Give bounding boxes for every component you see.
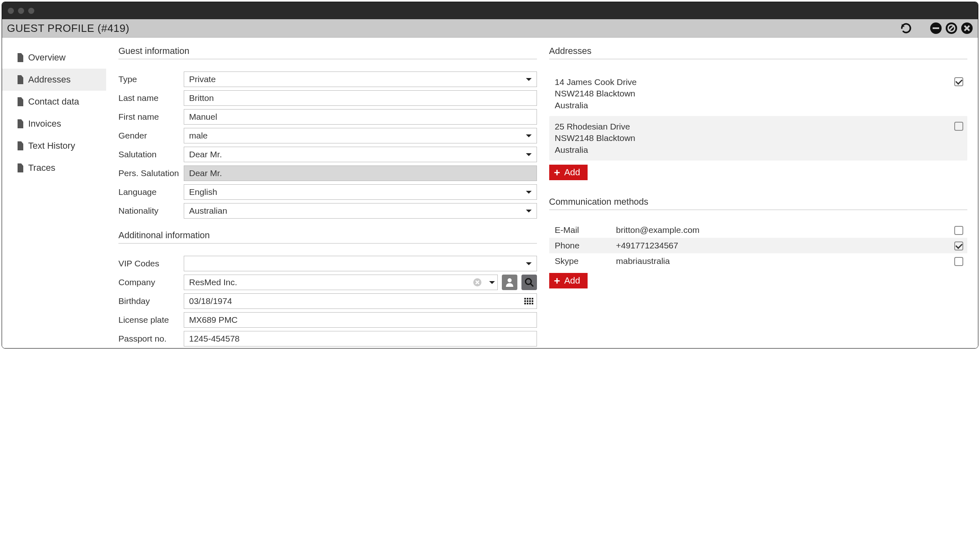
guest-info-section-title: Guest information	[118, 46, 537, 59]
sidebar-item-label: Text History	[28, 141, 75, 151]
first-name-input[interactable]	[184, 109, 537, 125]
add-communication-button[interactable]: + Add	[549, 273, 588, 288]
svg-point-12	[526, 279, 531, 284]
search-icon	[525, 278, 534, 287]
language-select[interactable]: English	[184, 184, 537, 200]
language-label: Language	[118, 187, 184, 197]
comm-primary-checkbox[interactable]	[954, 257, 963, 266]
birthday-input[interactable]: 03/18/1974	[184, 293, 537, 309]
add-address-label: Add	[564, 167, 580, 178]
address-line2: NSW2148 Blacktown	[555, 132, 635, 144]
comm-type: E-Mail	[555, 225, 616, 235]
guest-profile-window: GUEST PROFILE (#419)	[2, 2, 978, 349]
birthday-value: 03/18/1974	[189, 296, 232, 306]
main-panel: Guest information Type Private Last name…	[106, 38, 978, 348]
plus-icon: +	[554, 275, 560, 286]
type-value: Private	[189, 74, 216, 84]
communication-section: Communication methods E-Mail britton@exa…	[549, 197, 968, 288]
vip-codes-label: VIP Codes	[118, 259, 184, 268]
add-address-button[interactable]: + Add	[549, 165, 588, 180]
comm-value: +491771234567	[616, 241, 955, 250]
comm-primary-checkbox[interactable]	[954, 226, 963, 235]
comm-primary-checkbox[interactable]	[954, 241, 963, 250]
additional-info-section-title: Additinonal information	[118, 230, 537, 244]
passport-no-input[interactable]	[184, 331, 537, 346]
close-icon	[961, 22, 973, 34]
chevron-down-icon	[526, 210, 532, 212]
last-name-input[interactable]	[184, 90, 537, 106]
company-label: Company	[118, 277, 184, 287]
company-search-button[interactable]	[521, 275, 537, 290]
sidebar-item-traces[interactable]: Traces	[2, 157, 106, 179]
gender-select[interactable]: male	[184, 128, 537, 143]
address-card[interactable]: 14 James Cook Drive NSW2148 Blacktown Au…	[549, 72, 968, 116]
comm-row[interactable]: Phone +491771234567	[549, 238, 968, 253]
license-plate-input[interactable]	[184, 312, 537, 328]
maximize-window-icon[interactable]	[28, 8, 34, 14]
sidebar-item-addresses[interactable]: Addresses	[2, 69, 106, 91]
comm-row[interactable]: Skype mabriaustralia	[549, 253, 968, 269]
sidebar-item-label: Contact data	[28, 96, 79, 107]
address-line1: 14 James Cook Drive	[555, 76, 637, 88]
minimize-window-icon[interactable]	[18, 8, 24, 14]
header-actions	[900, 22, 973, 35]
close-button[interactable]	[961, 22, 973, 34]
type-select[interactable]: Private	[184, 72, 537, 87]
nationality-select[interactable]: Australian	[184, 203, 537, 219]
first-name-label: First name	[118, 112, 184, 122]
refresh-button[interactable]	[900, 22, 913, 35]
document-icon	[17, 75, 24, 84]
chevron-down-icon	[526, 262, 532, 265]
sidebar-item-invoices[interactable]: Invoices	[2, 113, 106, 135]
content-area: Overview Addresses Contact data Invoices…	[2, 38, 978, 348]
pers-salutation-value: Dear Mr.	[189, 168, 222, 178]
add-communication-label: Add	[564, 275, 580, 286]
type-label: Type	[118, 74, 184, 84]
address-line1: 25 Rhodesian Drive	[555, 121, 635, 132]
comm-type: Skype	[555, 256, 616, 266]
cancel-button[interactable]	[945, 22, 958, 34]
communication-section-title: Communication methods	[549, 197, 968, 210]
person-icon	[506, 278, 514, 287]
pers-salutation-field: Dear Mr.	[184, 165, 537, 181]
refresh-icon	[900, 22, 912, 34]
address-card[interactable]: 25 Rhodesian Drive NSW2148 Blacktown Aus…	[549, 116, 968, 161]
comm-row[interactable]: E-Mail britton@example.com	[549, 222, 968, 238]
sidebar-item-label: Traces	[28, 163, 55, 173]
sidebar-item-overview[interactable]: Overview	[2, 47, 106, 69]
company-combobox[interactable]: ResMed Inc.	[184, 275, 498, 290]
salutation-value: Dear Mr.	[189, 150, 222, 159]
calendar-icon[interactable]	[524, 298, 533, 304]
close-window-icon[interactable]	[8, 8, 14, 14]
clear-icon[interactable]	[473, 278, 482, 287]
company-profile-button[interactable]	[502, 275, 517, 290]
gender-value: male	[189, 131, 208, 141]
address-primary-checkbox[interactable]	[954, 122, 963, 131]
sidebar-item-label: Invoices	[28, 118, 61, 129]
address-primary-checkbox[interactable]	[954, 77, 963, 86]
sidebar: Overview Addresses Contact data Invoices…	[2, 38, 106, 348]
svg-point-11	[508, 278, 512, 282]
address-line2: NSW2148 Blacktown	[555, 88, 637, 99]
sidebar-item-text-history[interactable]: Text History	[2, 135, 106, 157]
birthday-label: Birthday	[118, 296, 184, 306]
address-line3: Australia	[555, 144, 635, 156]
address-line3: Australia	[555, 100, 637, 111]
nationality-value: Australian	[189, 206, 227, 216]
passport-no-label: Passport no.	[118, 334, 184, 344]
page-header: GUEST PROFILE (#419)	[2, 19, 978, 38]
address-lines: 14 James Cook Drive NSW2148 Blacktown Au…	[555, 76, 637, 111]
address-lines: 25 Rhodesian Drive NSW2148 Blacktown Aus…	[555, 121, 635, 156]
left-column: Guest information Type Private Last name…	[118, 46, 537, 348]
page-title: GUEST PROFILE (#419)	[7, 22, 129, 35]
document-icon	[17, 53, 24, 62]
vip-codes-select[interactable]	[184, 256, 537, 271]
chevron-down-icon	[526, 191, 532, 194]
svg-rect-1	[933, 27, 939, 29]
sidebar-item-contact-data[interactable]: Contact data	[2, 91, 106, 113]
minimize-button[interactable]	[930, 22, 942, 34]
salutation-select[interactable]: Dear Mr.	[184, 147, 537, 162]
comm-value: britton@example.com	[616, 225, 955, 235]
minimize-icon	[930, 22, 942, 34]
document-icon	[17, 119, 24, 128]
